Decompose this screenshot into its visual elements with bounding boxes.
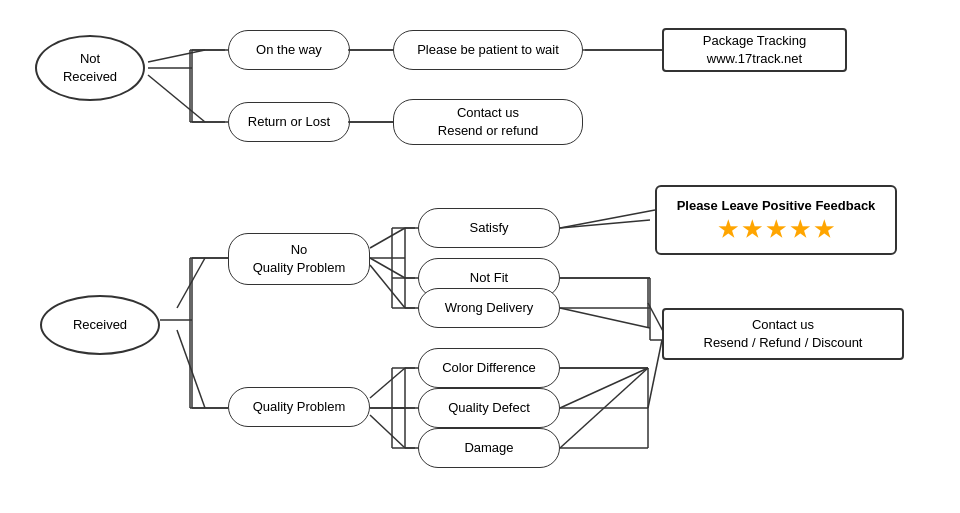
svg-line-65 [648,340,662,408]
star-3: ★ [766,217,786,243]
feedback-label: Please Leave Positive Feedback [677,198,876,213]
feedback-box: Please Leave Positive Feedback ★ ★ ★ ★ ★ [655,185,897,255]
star-2: ★ [742,217,762,243]
quality-defect-node: Quality Defect [418,388,560,428]
svg-line-20 [370,368,405,398]
please-be-patient-node: Please be patient to wait [393,30,583,70]
contact-us-refund-node: Contact us Resend / Refund / Discount [662,308,904,360]
svg-line-13 [370,228,405,248]
star-4: ★ [790,217,810,243]
star-1: ★ [718,217,738,243]
not-received-node: Not Received [35,35,145,101]
svg-line-33 [560,368,648,408]
quality-problem-node: Quality Problem [228,387,370,427]
svg-line-9 [177,330,205,408]
stars-container: ★ ★ ★ ★ ★ [718,217,834,243]
svg-line-56 [560,210,655,228]
svg-line-1 [148,75,205,122]
satisfy-node: Satisfy [418,208,560,248]
svg-line-22 [370,415,405,448]
damage-node: Damage [418,428,560,468]
svg-line-27 [560,220,650,228]
wrong-delivery-node: Wrong Delivery [418,288,560,328]
package-tracking-node: Package Tracking www.17track.net [662,28,847,72]
on-the-way-node: On the way [228,30,350,70]
svg-line-29 [560,308,650,328]
svg-line-0 [148,50,205,62]
received-node: Received [40,295,160,355]
svg-line-8 [177,258,205,308]
contact-us-resend-node: Contact us Resend or refund [393,99,583,145]
svg-line-14 [370,258,405,278]
star-5: ★ [814,217,834,243]
no-quality-problem-node: No Quality Problem [228,233,370,285]
return-or-lost-node: Return or Lost [228,102,350,142]
color-difference-node: Color Difference [418,348,560,388]
svg-line-34 [560,368,648,448]
svg-line-15 [370,265,405,308]
